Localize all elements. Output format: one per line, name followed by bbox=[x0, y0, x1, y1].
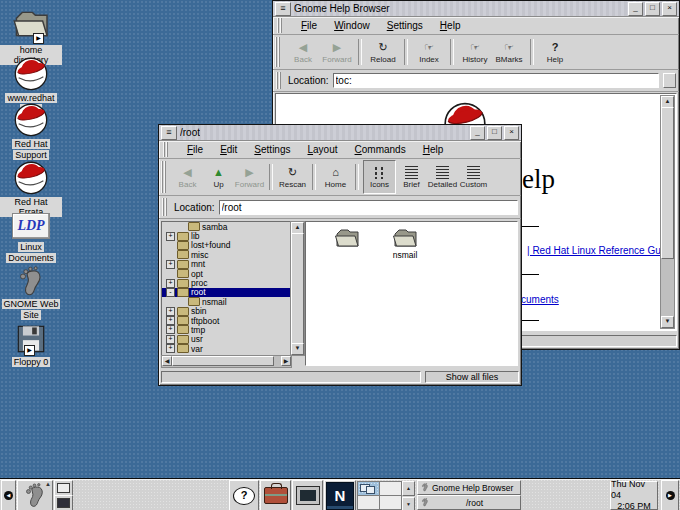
close-button[interactable] bbox=[662, 2, 677, 16]
tree-item-proc[interactable]: proc bbox=[162, 278, 290, 287]
scrollbar-thumb[interactable] bbox=[291, 233, 304, 347]
maximize-button[interactable] bbox=[487, 126, 502, 140]
expander-icon[interactable] bbox=[166, 288, 175, 297]
config-tool-launcher[interactable] bbox=[260, 480, 291, 510]
tree-item-usr[interactable]: usr bbox=[162, 335, 290, 344]
window-menu-icon[interactable] bbox=[275, 2, 291, 16]
history-button[interactable]: History bbox=[458, 36, 492, 68]
pane-folder[interactable] bbox=[324, 227, 370, 250]
tree-item-nsmail[interactable]: nsmail bbox=[162, 297, 290, 306]
scrollbar-thumb[interactable] bbox=[661, 107, 674, 259]
menu-window[interactable]: Window bbox=[333, 19, 371, 32]
desktop-icon-red-hat-support[interactable]: Red Hat Support bbox=[0, 98, 62, 160]
tasklist-up-icon[interactable] bbox=[402, 481, 415, 496]
back-button[interactable]: Back bbox=[172, 161, 203, 193]
tree-item-mnt[interactable]: mnt bbox=[162, 260, 290, 269]
menu-file[interactable]: File bbox=[300, 19, 318, 32]
tree-item-root-selected[interactable]: root bbox=[162, 288, 290, 297]
scroll-down-icon[interactable] bbox=[291, 343, 304, 355]
custom-view-button[interactable]: Custom bbox=[458, 161, 489, 193]
help-titlebar[interactable]: Gnome Help Browser bbox=[273, 1, 679, 17]
fm-icon-pane[interactable]: nsmail bbox=[305, 221, 518, 366]
desktop-icon-linux-documents[interactable]: LDP Linux Documents bbox=[0, 211, 62, 263]
expander-icon[interactable] bbox=[166, 260, 175, 269]
mini-applet-top-button[interactable] bbox=[54, 480, 73, 496]
tree-item-opt[interactable]: opt bbox=[162, 269, 290, 278]
task-button-help-browser[interactable]: Gnome Help Browser bbox=[417, 480, 521, 495]
expander-icon[interactable] bbox=[166, 344, 175, 353]
pane-folder-nsmail[interactable]: nsmail bbox=[382, 227, 428, 260]
menubar-drag-handle[interactable] bbox=[163, 142, 169, 157]
minimize-button[interactable] bbox=[470, 126, 485, 140]
tree-horizontal-scrollbar[interactable] bbox=[161, 355, 292, 368]
menu-file[interactable]: File bbox=[186, 143, 204, 156]
expander-icon[interactable] bbox=[166, 335, 175, 344]
fm-titlebar[interactable]: /root bbox=[159, 125, 521, 141]
desk-guide-current-cell[interactable] bbox=[358, 482, 379, 495]
help-launcher[interactable] bbox=[229, 480, 259, 510]
scroll-left-icon[interactable] bbox=[162, 356, 172, 366]
back-button[interactable]: Back bbox=[286, 36, 320, 68]
menu-settings[interactable]: Settings bbox=[253, 143, 291, 156]
rescan-button[interactable]: Rescan bbox=[277, 161, 308, 193]
netscape-launcher[interactable]: N bbox=[324, 480, 356, 510]
expander-icon[interactable] bbox=[166, 279, 175, 288]
brief-view-button[interactable]: Brief bbox=[396, 161, 427, 193]
location-input[interactable] bbox=[333, 73, 659, 88]
panel-hide-left-button[interactable] bbox=[1, 480, 16, 510]
toolbar-drag-handle[interactable] bbox=[275, 37, 281, 67]
tree-item-sbin[interactable]: sbin bbox=[162, 307, 290, 316]
documents-link-fragment[interactable]: cuments bbox=[521, 294, 559, 305]
expander-icon[interactable] bbox=[166, 232, 175, 241]
detailed-view-button[interactable]: Detailed bbox=[427, 161, 458, 193]
maximize-button[interactable] bbox=[645, 2, 660, 16]
expander-icon[interactable] bbox=[166, 316, 175, 325]
clock-applet[interactable]: Thu Nov 04 2:06 PM bbox=[610, 481, 658, 510]
mini-applet-bottom-button[interactable] bbox=[54, 495, 73, 510]
tree-item-samba[interactable]: samba bbox=[162, 222, 290, 231]
bmarks-button[interactable]: BMarks bbox=[492, 36, 526, 68]
scroll-down-icon[interactable] bbox=[661, 316, 674, 328]
location-input[interactable] bbox=[219, 200, 518, 215]
menu-help[interactable]: Help bbox=[439, 19, 462, 32]
reload-button[interactable]: Reload bbox=[366, 36, 400, 68]
location-dropdown-button[interactable] bbox=[663, 73, 676, 88]
scrollbar-thumb[interactable] bbox=[172, 356, 274, 366]
reference-guide-link[interactable]: | Red Hat Linux Reference Guide bbox=[527, 245, 674, 256]
icons-view-button[interactable]: Icons bbox=[363, 160, 396, 194]
desk-guide-cell[interactable] bbox=[380, 496, 401, 509]
menubar-drag-handle[interactable] bbox=[277, 18, 283, 33]
tree-item-misc[interactable]: misc bbox=[162, 250, 290, 259]
locbar-drag-handle[interactable] bbox=[276, 72, 282, 89]
forward-button[interactable]: Forward bbox=[234, 161, 265, 193]
panel-hide-right-button[interactable] bbox=[661, 480, 679, 510]
tree-item-tftpboot[interactable]: tftpboot bbox=[162, 316, 290, 325]
desk-guide-applet[interactable] bbox=[357, 481, 402, 510]
minimize-button[interactable] bbox=[628, 2, 643, 16]
help-vertical-scrollbar[interactable] bbox=[660, 95, 675, 329]
tasklist-down-icon[interactable] bbox=[402, 497, 415, 510]
main-menu-button[interactable] bbox=[17, 480, 53, 510]
tree-item-lib[interactable]: lib bbox=[162, 231, 290, 240]
tree-vertical-scrollbar[interactable] bbox=[290, 221, 305, 356]
desktop-icon-red-hat-errata[interactable]: Red Hat Errata bbox=[0, 156, 62, 217]
desktop-icon-floppy-0[interactable]: Floppy 0 bbox=[0, 322, 62, 367]
terminal-launcher[interactable] bbox=[292, 480, 323, 510]
menu-settings[interactable]: Settings bbox=[386, 19, 424, 32]
menu-edit[interactable]: Edit bbox=[219, 143, 238, 156]
index-button[interactable]: Index bbox=[412, 36, 446, 68]
menu-help[interactable]: Help bbox=[422, 143, 445, 156]
tree-item-tmp[interactable]: tmp bbox=[162, 325, 290, 334]
desk-guide-cell[interactable] bbox=[358, 496, 379, 509]
window-menu-icon[interactable] bbox=[161, 126, 177, 140]
menu-commands[interactable]: Commands bbox=[354, 143, 407, 156]
desktop-icon-gnome-web-site[interactable]: GNOME Web Site bbox=[0, 266, 62, 320]
tree-item-lost-found[interactable]: lost+found bbox=[162, 241, 290, 250]
close-button[interactable] bbox=[504, 126, 519, 140]
expander-icon[interactable] bbox=[166, 307, 175, 316]
home-button[interactable]: Home bbox=[320, 161, 351, 193]
up-button[interactable]: Up bbox=[203, 161, 234, 193]
scroll-right-icon[interactable] bbox=[281, 356, 291, 366]
help-button[interactable]: Help bbox=[538, 36, 572, 68]
locbar-drag-handle[interactable] bbox=[162, 198, 168, 216]
